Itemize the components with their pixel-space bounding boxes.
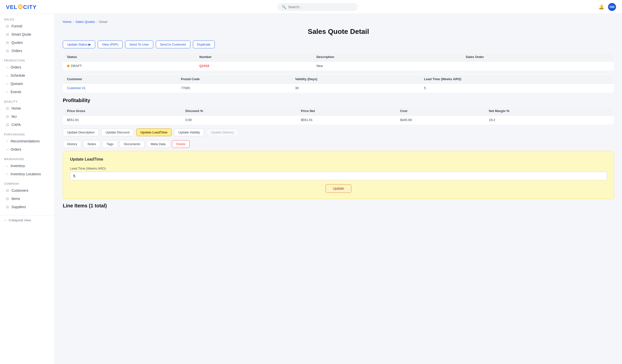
sidebar-label-events: Events: [10, 90, 21, 94]
sidebar: SALES ⊟ Funnel ⊟ Smart Quote ⊟ Quotes ⊟ …: [0, 14, 55, 364]
tags-tab-button[interactable]: Tags: [102, 140, 117, 148]
update-validity-button[interactable]: Update Validity: [174, 128, 204, 136]
sidebar-item-capa[interactable]: ⊟ CAPA: [2, 121, 53, 129]
quote-sales-order-cell: [462, 61, 614, 70]
col-cost: Cost: [396, 107, 485, 116]
search-bar[interactable]: 🔍: [278, 3, 357, 11]
sidebar-item-suppliers[interactable]: ⊟ Suppliers: [2, 203, 53, 211]
tab-buttons-row: History Notes Tags Documents Meta Data D…: [63, 140, 614, 148]
recommendations-icon: ○: [6, 139, 8, 143]
update-leadtime-submit-button[interactable]: Update: [325, 184, 351, 193]
breadcrumb-home[interactable]: Home: [63, 20, 72, 24]
sidebar-section-purchasing: PURCHASING: [0, 129, 55, 137]
sidebar-section-quality: QUALITY: [0, 96, 55, 104]
price-net-cell: $551.91: [297, 116, 396, 124]
sidebar-label-recommendations: Recommendations: [10, 139, 40, 143]
sidebar-section-company: COMPANY: [0, 178, 55, 186]
col-discount-pct: Discount %: [181, 107, 297, 116]
quotes-icon: ⊟: [6, 41, 9, 45]
customer-table-row: Customer #1 77005 30 5: [63, 84, 614, 93]
sidebar-item-purchasing-orders[interactable]: ○ Orders: [2, 145, 53, 153]
sidebar-label-queues: Queues: [10, 82, 23, 86]
page-title: Sales Quote Detail: [63, 28, 614, 36]
update-leadtime-button[interactable]: Update LeadTime: [136, 128, 172, 136]
sidebar-label-inventory-locations: Inventory Locations: [10, 172, 41, 176]
profitability-row: $551.91 0.00 $551.91 $445.68 19.2: [63, 116, 614, 124]
sidebar-item-schedule[interactable]: ○ Schedule: [2, 71, 53, 79]
sidebar-item-quotes[interactable]: ⊟ Quotes: [2, 39, 53, 47]
avatar[interactable]: GN: [608, 3, 616, 11]
breadcrumb-sep-2: ›: [96, 20, 97, 24]
sidebar-label-customers: Customers: [11, 188, 28, 192]
smart-quote-icon: ⊟: [6, 32, 9, 36]
panel-title: Update LeadTime: [70, 157, 607, 162]
breadcrumb: Home › Sales Quotes › Detail: [63, 20, 614, 24]
update-delivery-button[interactable]: Update Delivery: [207, 128, 238, 136]
customer-link[interactable]: Customer #1: [67, 86, 85, 90]
sidebar-item-queues[interactable]: ○ Queues: [2, 80, 53, 88]
update-discount-button[interactable]: Update Discount: [101, 128, 134, 136]
sidebar-label-ncr: Ncr: [11, 115, 17, 119]
schedule-icon: ○: [6, 73, 8, 77]
sidebar-label-quality-home: Home: [11, 106, 21, 110]
sales-orders-icon: ⊟: [6, 49, 9, 53]
collapsed-view-label: Collapsed View: [9, 218, 31, 222]
sidebar-item-recommendations[interactable]: ○ Recommendations: [2, 137, 53, 145]
quote-status-cell: DRAFT: [63, 61, 196, 70]
sidebar-item-smart-quote[interactable]: ⊟ Smart Quote: [2, 30, 53, 38]
breadcrumb-sales-quotes[interactable]: Sales Quotes: [76, 20, 95, 24]
sidebar-item-events[interactable]: ○ Events: [2, 88, 53, 96]
meta-data-tab-button[interactable]: Meta Data: [147, 140, 170, 148]
bell-icon[interactable]: 🔔: [599, 4, 604, 10]
table-row: DRAFT Q1018 New: [63, 61, 614, 70]
sidebar-item-ncr[interactable]: ⊟ Ncr: [2, 113, 53, 121]
breadcrumb-detail: Detail: [99, 20, 107, 24]
delete-button[interactable]: Delete: [172, 140, 190, 148]
action-buttons-row: Update Status ▶ View (PDF) Send To User …: [63, 41, 614, 48]
sidebar-label-suppliers: Suppliers: [11, 205, 26, 209]
quote-number-cell: Q1018: [195, 61, 312, 70]
send-to-customer-button[interactable]: Send to Customer: [156, 41, 190, 48]
sidebar-section-warehouse: WAREHOUSE: [0, 154, 55, 162]
duplicate-button[interactable]: Duplicate: [193, 41, 215, 48]
sidebar-item-inventory[interactable]: ○ Inventory: [2, 162, 53, 170]
col-lead-time: Lead Time (Weeks ARO): [420, 75, 614, 84]
history-tab-button[interactable]: History: [63, 140, 81, 148]
quote-number: Q1018: [199, 64, 209, 68]
net-margin-cell: 19.2: [485, 116, 614, 124]
sidebar-item-customers[interactable]: ⊟ Customers: [2, 186, 53, 194]
col-price-net: Price Net: [297, 107, 396, 116]
sidebar-item-items[interactable]: ⊟ Items: [2, 195, 53, 203]
col-validity-days: Validity (Days): [291, 75, 420, 84]
sidebar-item-funnel[interactable]: ⊟ Funnel: [2, 22, 53, 30]
update-status-button[interactable]: Update Status ▶: [63, 41, 95, 48]
lead-time-label: Lead Time (Weeks ARO): [70, 167, 607, 170]
sidebar-label-items: Items: [11, 197, 20, 201]
suppliers-icon: ⊟: [6, 205, 9, 209]
status-dot: [67, 65, 70, 67]
view-pdf-button[interactable]: View (PDF): [98, 41, 123, 48]
profitability-table: Price Gross Discount % Price Net Cost Ne…: [63, 106, 614, 124]
cost-cell: $445.68: [396, 116, 485, 124]
top-right: 🔔 GN: [599, 3, 616, 11]
lead-time-input[interactable]: [70, 172, 607, 180]
customers-icon: ⊟: [6, 188, 9, 192]
sidebar-section-production: PRODUCTION: [0, 55, 55, 63]
quote-status: DRAFT: [71, 64, 82, 68]
sidebar-label-purchasing-orders: Orders: [10, 147, 21, 151]
capa-icon: ⊟: [6, 123, 9, 127]
send-to-user-button[interactable]: Send To User: [125, 41, 153, 48]
postal-code-cell: 77005: [177, 84, 291, 93]
update-description-button[interactable]: Update Description: [63, 128, 99, 136]
notes-tab-button[interactable]: Notes: [83, 140, 100, 148]
sidebar-label-sales-orders: Orders: [11, 49, 22, 53]
inventory-locations-icon: ○: [6, 172, 8, 176]
sidebar-item-sales-orders[interactable]: ⊟ Orders: [2, 47, 53, 55]
search-input[interactable]: [288, 5, 353, 9]
sidebar-item-inventory-locations[interactable]: ○ Inventory Locations: [2, 170, 53, 178]
sidebar-item-quality-home[interactable]: ⊟ Home: [2, 104, 53, 112]
collapsed-view-button[interactable]: ← Collapsed View: [0, 215, 55, 225]
documents-tab-button[interactable]: Documents: [120, 140, 145, 148]
quality-home-icon: ⊟: [6, 106, 9, 110]
sidebar-item-production-orders[interactable]: ○ Orders: [2, 63, 53, 71]
